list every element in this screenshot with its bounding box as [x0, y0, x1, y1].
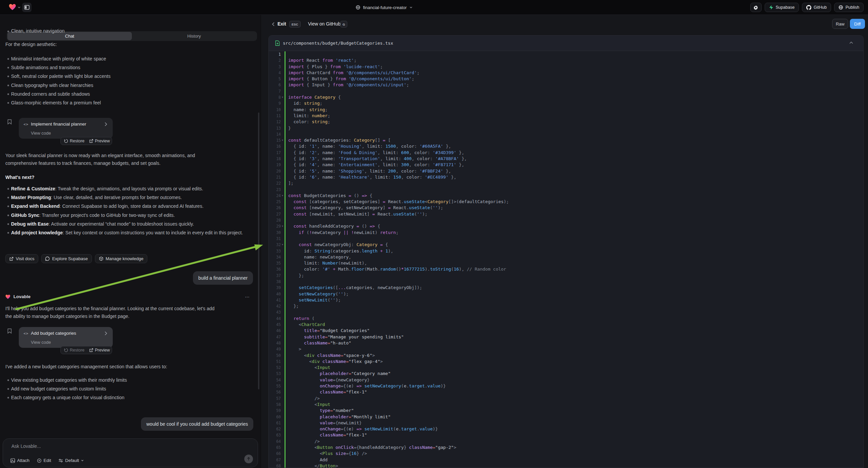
line-number: 25 [269, 199, 281, 205]
preview-button[interactable]: Preview [89, 348, 110, 352]
raw-toggle-button[interactable]: Raw [832, 19, 848, 29]
edit-button[interactable]: Edit [37, 458, 51, 463]
line-number: 5 [269, 76, 281, 82]
code-line: import ChartCard from '@/components/ui/C… [288, 70, 863, 76]
code-line: name: newCategory, [288, 254, 863, 260]
composer-input[interactable]: Ask Lovable... [11, 443, 41, 449]
code-line: id: string; [288, 100, 863, 107]
mode-selector[interactable]: Default [58, 458, 84, 463]
file-path-bar[interactable]: src/components/budget/BudgetCategories.t… [269, 36, 863, 51]
code-line: placeholder="Monthly limit" [288, 414, 863, 420]
g-kbd-badge: G [340, 21, 347, 28]
code-line: setNewCategory(''); [288, 291, 863, 297]
restore-button[interactable]: Restore [64, 139, 85, 143]
view-code-link[interactable]: View code [31, 340, 51, 345]
lovable-logo-icon[interactable] [9, 4, 16, 10]
code-line: const newCategoryObj: Category = { [288, 242, 863, 248]
fold-chevron-icon[interactable]: ▾ [282, 225, 283, 228]
line-number: 37 [269, 273, 281, 279]
code-line: id: String(categories.length + 1), [288, 248, 863, 254]
logo-chevron-down-icon[interactable] [18, 6, 21, 9]
code-line [288, 309, 863, 315]
line-number: 68 [269, 463, 281, 468]
line-number: 49 [269, 346, 281, 352]
publish-button[interactable]: Publish [834, 3, 864, 12]
diff-toggle-button[interactable]: Diff [850, 19, 865, 29]
version-card-implement-financial-planner[interactable]: <> Implement financial planner View code [19, 118, 113, 139]
line-number: 44 [269, 316, 281, 322]
assistant-name: Lovable [13, 294, 31, 299]
toggle-sidebar-button[interactable] [22, 3, 32, 12]
collapse-chevron-up-icon[interactable] [849, 41, 853, 44]
chevron-left-icon[interactable] [272, 22, 275, 27]
project-switcher[interactable]: financial-future-creator [355, 0, 413, 15]
code-line: return ( [288, 316, 863, 322]
scrollback-bullet: Clean, intuitive navigation [11, 27, 65, 35]
line-number: 27 [269, 211, 281, 217]
line-number: 4 [269, 70, 281, 76]
external-link-icon [89, 348, 93, 352]
code-file-card: src/components/budget/BudgetCategories.t… [269, 35, 864, 468]
preview-label: Preview [95, 348, 110, 352]
code-content[interactable]: import React from 'react';import { Plus … [288, 51, 863, 468]
line-number: 18 [269, 156, 281, 162]
exit-button[interactable]: Exit [277, 21, 286, 27]
line-number: 26 [269, 205, 281, 211]
bullet-item: Subtle animations and transitions [11, 63, 249, 72]
restore-button[interactable]: Restore [64, 348, 85, 352]
chat-scrollbar[interactable] [258, 113, 259, 389]
tab-history[interactable]: History [132, 32, 256, 40]
github-button[interactable]: GitHub [802, 3, 831, 12]
line-number: 31 [269, 236, 281, 242]
fold-chevron-icon[interactable]: ▾ [282, 194, 283, 197]
supabase-button[interactable]: Supabase [765, 3, 799, 12]
code-line: <div className="space-y-6"> [288, 352, 863, 358]
preview-button[interactable]: Preview [89, 139, 110, 143]
line-number: 33 [269, 248, 281, 254]
explore-supabase-button[interactable]: Explore Supabase [41, 254, 92, 263]
message-menu-button[interactable]: ⋯ [245, 294, 250, 299]
bookmark-icon[interactable] [7, 119, 12, 124]
line-number: 28 [269, 217, 281, 223]
line-number: 15 [269, 137, 281, 143]
code-line: setCategories([...categories, newCategor… [288, 285, 863, 291]
mode-label: Default [65, 458, 79, 463]
code-brackets-icon: <> [24, 122, 29, 126]
chat-bubble-icon [45, 257, 50, 261]
code-line [288, 279, 863, 285]
settings-button[interactable] [750, 3, 762, 12]
attach-button[interactable]: Attach [10, 458, 30, 463]
version-card-add-budget-categories[interactable]: <> Add budget categories View code [19, 327, 113, 348]
line-number: 23 [269, 187, 281, 193]
code-line [288, 131, 863, 137]
fold-chevron-icon[interactable]: ▾ [282, 139, 283, 142]
arrow-up-icon [247, 457, 251, 461]
code-line: className="flex-1" [288, 432, 863, 438]
version-actions: Restore Preview [60, 346, 112, 354]
code-line: className="flex-1" [288, 389, 863, 395]
line-number: 39 [269, 285, 281, 291]
code-line [288, 217, 863, 223]
sliders-icon [58, 459, 63, 463]
package-icon [99, 257, 103, 261]
visit-docs-button[interactable]: Visit docs [5, 254, 38, 263]
chat-composer[interactable]: Ask Lovable... Attach Edit [3, 438, 258, 467]
code-line: const BudgetCategories = () => { [288, 193, 863, 199]
manage-knowledge-button[interactable]: Manage knowledge [95, 254, 148, 263]
diff-added-bar [284, 51, 285, 468]
bookmark-icon[interactable] [7, 328, 12, 334]
send-button[interactable] [244, 455, 253, 463]
view-code-link[interactable]: View code [31, 130, 51, 136]
whats-next-item: Expand with Backend: Connect Supabase to… [11, 202, 249, 210]
line-number: 41 [269, 297, 281, 303]
code-line: }; [288, 273, 863, 279]
line-number: 3 [269, 64, 281, 70]
bullet-item: Rounded corners and subtle shadows [11, 90, 249, 98]
view-on-github-link[interactable]: View on GitHub [308, 21, 341, 27]
code-line [288, 187, 863, 193]
line-number: 64 [269, 438, 281, 444]
bullet-item: Add new budget categories with custom li… [11, 384, 249, 393]
version-card-title: Add budget categories [31, 331, 76, 336]
fold-chevron-icon[interactable]: ▾ [282, 243, 283, 246]
fold-chevron-icon[interactable]: ▾ [282, 96, 283, 99]
